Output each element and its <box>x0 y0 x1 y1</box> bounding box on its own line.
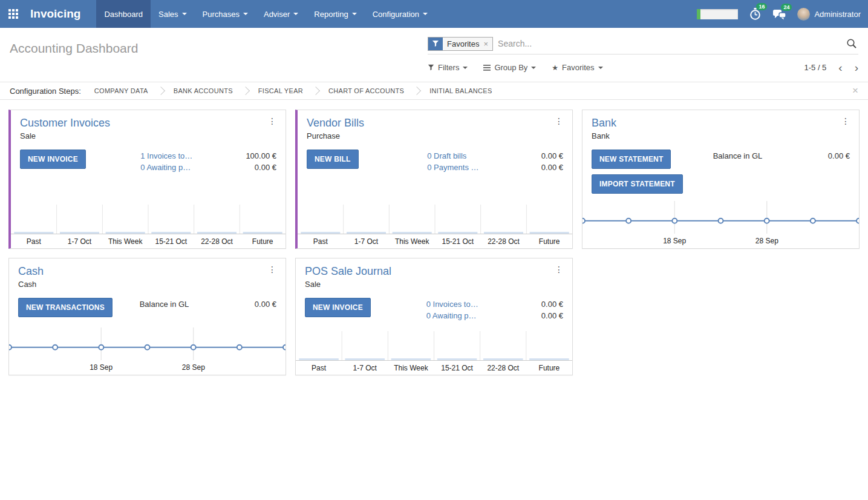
card-title-link[interactable]: Customer Invoices <box>20 117 110 130</box>
x-axis-label: 18 Sep <box>663 237 686 245</box>
apps-menu-button[interactable] <box>0 0 23 28</box>
card-title-link[interactable]: Vendor Bills <box>307 117 364 130</box>
planner-progress-fill <box>697 9 700 19</box>
x-axis-label: 22-28 Oct <box>194 237 240 246</box>
card-chart: 18 Sep28 Sep <box>582 194 859 248</box>
search-icon[interactable] <box>846 38 858 49</box>
chevron-down-icon <box>243 13 248 15</box>
pager: 1-5 / 5 ‹ › <box>804 62 858 73</box>
search-input[interactable] <box>493 36 846 51</box>
new-bill-button[interactable]: NEW BILL <box>307 150 359 169</box>
card-title-link[interactable]: POS Sale Journal <box>305 265 391 278</box>
stat-amount: 0.00 € <box>541 300 563 309</box>
filters-dropdown[interactable]: Filters <box>428 63 468 72</box>
step-chart-of-accounts[interactable]: CHART OF ACCOUNTS <box>328 87 404 94</box>
balance-in-gl-label: Balance in GL <box>140 300 255 309</box>
filter-funnel-icon <box>428 64 434 71</box>
close-icon[interactable]: × <box>852 85 858 97</box>
step-company-data[interactable]: COMPANY DATA <box>94 87 148 94</box>
x-axis-label: 15-21 Oct <box>148 237 194 246</box>
activities-button[interactable]: 16 <box>749 7 762 21</box>
stat-row: 0 Awaiting p… 0.00 € <box>426 311 563 320</box>
new-transactions-button[interactable]: NEW TRANSACTIONS <box>18 298 113 317</box>
nav-item-reporting[interactable]: Reporting <box>306 0 364 28</box>
card-bank: Bank ⋮ Bank NEW STATEMENT IMPORT STATEME… <box>582 110 860 249</box>
x-axis-label: This Week <box>389 237 435 246</box>
card-subtitle: Sale <box>305 280 563 289</box>
nav-item-configuration[interactable]: Configuration <box>365 0 436 28</box>
line-chart <box>9 326 286 360</box>
nav-item-dashboard[interactable]: Dashboard <box>96 0 151 28</box>
step-initial-balances[interactable]: INITIAL BALANCES <box>429 87 492 94</box>
x-axis-label: 18 Sep <box>90 363 113 372</box>
invoices-to-validate-link[interactable]: 0 Invoices to… <box>426 300 541 309</box>
nav-item-sales[interactable]: Sales <box>151 0 195 28</box>
kebab-menu-icon[interactable]: ⋮ <box>555 265 563 274</box>
x-axis-label: Past <box>298 237 344 246</box>
card-cash: Cash ⋮ Cash NEW TRANSACTIONS Balance in … <box>8 258 286 375</box>
stat-amount: 0.00 € <box>541 311 563 320</box>
x-axis-label: Future <box>526 364 572 372</box>
awaiting-payments-link[interactable]: 0 Awaiting p… <box>140 163 255 172</box>
card-subtitle: Purchase <box>307 131 563 140</box>
favorites-label: Favorites <box>562 63 594 72</box>
chevron-right-icon <box>241 87 250 95</box>
nav-item-purchases[interactable]: Purchases <box>195 0 256 28</box>
card-customer-invoices: Customer Invoices ⋮ Sale NEW INVOICE 1 I… <box>8 110 286 249</box>
x-axis-label: 22-28 Oct <box>480 364 526 372</box>
facet-remove-icon[interactable]: × <box>483 39 488 48</box>
apps-grid-icon <box>8 9 18 19</box>
kebab-menu-icon[interactable]: ⋮ <box>268 265 276 274</box>
new-statement-button[interactable]: NEW STATEMENT <box>592 150 671 169</box>
card-subtitle: Sale <box>20 131 276 140</box>
groupby-dropdown[interactable]: Group By <box>483 63 536 72</box>
pager-previous-icon[interactable]: ‹ <box>838 62 842 73</box>
search-options-row: Filters Group By ★ Favorites 1-5 / 5 ‹ › <box>428 62 858 73</box>
messages-button[interactable]: 24 <box>772 8 786 20</box>
chevron-down-icon <box>182 13 187 15</box>
kebab-menu-icon[interactable]: ⋮ <box>268 117 276 126</box>
favorites-dropdown[interactable]: ★ Favorites <box>552 63 602 72</box>
x-axis-label: Past <box>296 364 342 372</box>
kebab-menu-icon[interactable]: ⋮ <box>555 117 563 126</box>
card-title-link[interactable]: Cash <box>18 265 44 278</box>
card-chart: 18 Sep28 Sep <box>9 320 286 375</box>
draft-bills-link[interactable]: 0 Draft bills <box>427 151 541 160</box>
x-axis-label: 1-7 Oct <box>57 237 103 246</box>
x-axis-labels: 18 Sep28 Sep <box>582 234 859 248</box>
step-fiscal-year[interactable]: FISCAL YEAR <box>258 87 303 94</box>
star-icon: ★ <box>552 64 558 72</box>
kebab-menu-icon[interactable]: ⋮ <box>841 117 850 126</box>
nav-item-adviser[interactable]: Adviser <box>256 0 306 28</box>
card-title-link[interactable]: Bank <box>592 117 616 130</box>
card-chart: Past1-7 OctThis Week15-21 Oct22-28 OctFu… <box>296 320 572 375</box>
pager-next-icon[interactable]: › <box>855 62 858 73</box>
user-menu[interactable]: Administrator <box>797 8 861 21</box>
step-bank-accounts[interactable]: BANK ACCOUNTS <box>174 87 233 94</box>
dashboard-grid: Customer Invoices ⋮ Sale NEW INVOICE 1 I… <box>0 100 868 385</box>
bar-chart <box>298 200 572 234</box>
new-invoice-button[interactable]: NEW INVOICE <box>20 150 86 169</box>
planner-progress-bar[interactable] <box>697 9 738 19</box>
stat-row: 0 Draft bills 0.00 € <box>427 151 563 160</box>
x-axis-label: 28 Sep <box>182 363 205 372</box>
app-brand[interactable]: Invoicing <box>23 0 96 28</box>
x-axis-labels: 18 Sep28 Sep <box>9 360 286 375</box>
card-pos-sale-journal: POS Sale Journal ⋮ Sale NEW INVOICE 0 In… <box>295 258 573 375</box>
x-axis-label: This Week <box>388 364 434 372</box>
balance-in-gl-label: Balance in GL <box>713 151 828 160</box>
payments-link[interactable]: 0 Payments … <box>427 163 541 172</box>
awaiting-payments-link[interactable]: 0 Awaiting p… <box>426 311 541 320</box>
chevron-down-icon <box>463 67 468 69</box>
x-axis-label: 28 Sep <box>755 237 778 245</box>
page-title: Accounting Dashboard <box>10 36 428 73</box>
stat-amount: 0.00 € <box>541 163 563 172</box>
top-navbar: Invoicing Dashboard Sales Purchases Advi… <box>0 0 868 28</box>
card-chart: Past1-7 OctThis Week15-21 Oct22-28 OctFu… <box>11 194 286 248</box>
x-axis-label: 1-7 Oct <box>342 364 388 372</box>
stat-amount: 0.00 € <box>828 151 850 160</box>
import-statement-button[interactable]: IMPORT STATEMENT <box>592 174 683 194</box>
new-invoice-button[interactable]: NEW INVOICE <box>305 298 371 317</box>
invoices-to-validate-link[interactable]: 1 Invoices to… <box>140 151 246 160</box>
x-axis-labels: Past1-7 OctThis Week15-21 Oct22-28 OctFu… <box>11 234 286 248</box>
